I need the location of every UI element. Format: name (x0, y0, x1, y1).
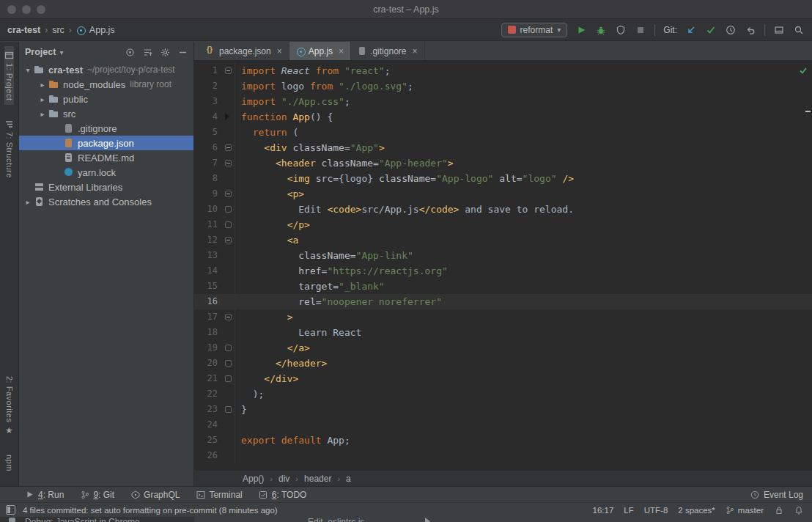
editor-tab-package-json[interactable]: package.json× (200, 42, 289, 60)
tree-item-yarn-lock[interactable]: yarn.lock (19, 165, 193, 180)
code-line-17[interactable]: 17 > (194, 309, 812, 325)
line-separator[interactable]: LF (624, 506, 633, 515)
stripe-tab-2-favorites[interactable]: 2: Favorites★ (5, 372, 14, 440)
project-panel-title[interactable]: Project (25, 47, 56, 57)
stripe-tab-npm[interactable]: npm (5, 450, 14, 476)
tool-window-button-git[interactable]: 9: Git (80, 490, 114, 500)
code-line-4[interactable]: 4function App() { (194, 109, 812, 125)
close-tab-icon[interactable]: × (277, 46, 282, 56)
editor-breadcrumb-div[interactable]: div (278, 474, 289, 484)
locate-file-icon[interactable] (125, 47, 135, 57)
breadcrumb-item-cra-test[interactable]: cra-test (7, 25, 40, 35)
stripe-tab-1-project[interactable]: 1: Project (4, 46, 14, 105)
editor-breadcrumb-header[interactable]: header (304, 474, 331, 484)
search-everywhere-button[interactable] (793, 24, 805, 36)
indent[interactable]: 2 spaces* (678, 506, 715, 515)
tree-item-gitignore[interactable]: .gitignore (19, 121, 193, 136)
code-line-23[interactable]: 23} (194, 402, 812, 417)
code-line-6[interactable]: 6 <div className="App"> (194, 140, 812, 155)
code-line-2[interactable]: 2import logo from "./logo.svg"; (194, 78, 812, 94)
hide-panel-icon[interactable] (177, 47, 188, 57)
code-line-5[interactable]: 5 return ( (194, 125, 812, 140)
tree-item-node-modules[interactable]: ▸node_moduleslibrary root (19, 77, 193, 92)
tree-item-external-libraries[interactable]: External Libraries (19, 180, 193, 194)
code-line-20[interactable]: 20 </header> (194, 356, 812, 371)
editor-tab-app-js[interactable]: App.js× (289, 42, 351, 60)
code-line-7[interactable]: 7 <header className="App-header"> (194, 155, 812, 171)
fold-marker[interactable] (222, 140, 235, 155)
editor-tab-gitignore[interactable]: .gitignore× (351, 42, 424, 60)
tool-window-button-terminal[interactable]: Terminal (196, 490, 242, 500)
fold-marker[interactable] (222, 186, 235, 202)
code-line-10[interactable]: 10 Edit <code>src/App.js</code> and save… (194, 202, 812, 217)
code-line-3[interactable]: 3import "./App.css"; (194, 94, 812, 109)
code-line-14[interactable]: 14 href="https://reactjs.org" (194, 263, 812, 279)
encoding[interactable]: UTF-8 (644, 506, 668, 515)
run-button[interactable] (575, 24, 587, 36)
tool-window-button-graphql[interactable]: GraphQL (130, 490, 180, 500)
read-lock[interactable] (774, 505, 783, 515)
close-tab-icon[interactable]: × (412, 46, 417, 56)
tool-window-button-event-log[interactable]: Event Log (750, 490, 803, 500)
close-tab-icon[interactable]: × (339, 46, 344, 56)
chevron-right-icon[interactable]: ▸ (37, 81, 48, 89)
git-branch[interactable]: master (726, 505, 764, 515)
code-line-1[interactable]: 1import React from "react"; (194, 63, 812, 78)
code-line-15[interactable]: 15 target="_blank" (194, 279, 812, 294)
code-line-19[interactable]: 19 </a> (194, 340, 812, 356)
rollback-button[interactable] (745, 24, 756, 36)
zoom-window-button[interactable] (37, 5, 45, 14)
tool-window-switcher-icon[interactable] (6, 505, 15, 515)
code-area[interactable]: 1import React from "react";2import logo … (194, 61, 812, 470)
fold-marker[interactable] (222, 340, 235, 356)
caret-position[interactable]: 16:17 (593, 506, 614, 515)
fold-marker[interactable] (222, 371, 235, 386)
code-line-25[interactable]: 25export default App; (194, 433, 812, 448)
editor-breadcrumb-a[interactable]: a (346, 474, 351, 484)
code-line-22[interactable]: 22 ); (194, 386, 812, 402)
tool-window-button-todo[interactable]: 6: TODO (259, 490, 307, 500)
chevron-right-icon[interactable]: ▸ (22, 198, 34, 206)
history-button[interactable] (725, 24, 737, 36)
fold-marker[interactable] (222, 402, 235, 417)
fold-marker[interactable] (222, 217, 235, 232)
chevron-right-icon[interactable]: ▸ (37, 110, 48, 118)
tree-item-src[interactable]: ▸src (19, 106, 193, 121)
tree-item-public[interactable]: ▸public (19, 92, 193, 106)
debug-button[interactable] (595, 24, 607, 36)
code-line-26[interactable]: 26 (194, 448, 812, 463)
fold-marker[interactable] (222, 202, 235, 217)
minimize-window-button[interactable] (22, 5, 31, 14)
window-layout-button[interactable] (773, 24, 785, 36)
chevron-down-icon[interactable]: ▾ (59, 48, 63, 56)
tree-item-cra-test[interactable]: ▾cra-test~/project/toy-p/cra-test (19, 62, 193, 77)
code-line-12[interactable]: 12 <a (194, 232, 812, 248)
fold-marker[interactable] (222, 109, 235, 125)
code-line-16[interactable]: 16 rel="noopener noreferrer" (194, 294, 812, 309)
collapse-all-icon[interactable] (142, 47, 152, 57)
code-line-18[interactable]: 18 Learn React (194, 325, 812, 340)
run-configuration-select[interactable]: reformat ▾ (501, 23, 568, 37)
fold-marker[interactable] (222, 356, 235, 371)
breadcrumb-item-src[interactable]: src (52, 25, 64, 35)
editor-breadcrumb-app[interactable]: App() (243, 474, 264, 484)
gear-icon[interactable] (160, 47, 170, 57)
breadcrumb-item-app-js[interactable]: App.js (89, 25, 115, 35)
tree-item-package-json[interactable]: package.json (19, 136, 193, 150)
notifications[interactable] (794, 505, 803, 515)
fold-marker[interactable] (222, 232, 235, 248)
fold-marker[interactable] (222, 155, 235, 171)
tree-item-scratches-and-consoles[interactable]: ▸Scratches and Consoles (19, 194, 193, 209)
inspections-ok-icon[interactable] (799, 65, 808, 78)
fold-marker[interactable] (222, 63, 235, 78)
code-line-24[interactable]: 24 (194, 417, 812, 433)
tool-window-button-run[interactable]: 4: Run (25, 490, 64, 500)
code-line-21[interactable]: 21 </div> (194, 371, 812, 386)
status-message[interactable]: 4 files committed: set auto formatting o… (23, 506, 586, 515)
code-line-11[interactable]: 11 </p> (194, 217, 812, 232)
git-commit-button[interactable] (705, 24, 717, 36)
tree-item-readme-md[interactable]: README.md (19, 150, 193, 165)
close-window-button[interactable] (7, 5, 16, 14)
chevron-down-icon[interactable]: ▾ (22, 66, 34, 74)
stripe-tab-7-structure[interactable]: 7: Structure (4, 115, 14, 183)
